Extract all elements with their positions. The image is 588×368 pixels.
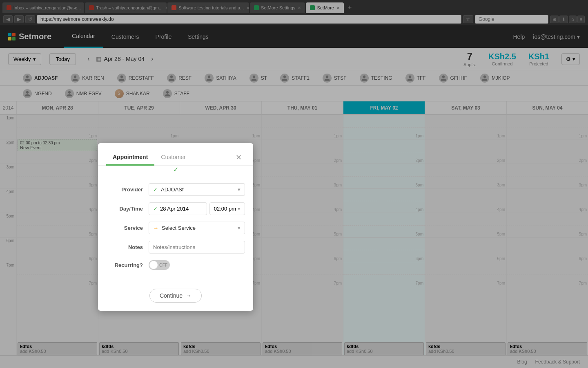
provider-row: Provider ✓ ADJOASf ▾ <box>106 183 245 196</box>
modal-overlay[interactable]: Appointment Customer ✕ ✓ Provider ✓ ADJO… <box>0 0 588 368</box>
datetime-row: Day/Time ✓ 28 Apr 2014 02:00 pm ▾ <box>106 202 245 215</box>
recurring-row: Recurring? OFF <box>106 260 245 270</box>
provider-value: ADJOASf <box>161 186 184 193</box>
time-value: 02:00 pm <box>214 206 236 212</box>
notes-label: Notes <box>106 244 143 250</box>
provider-caret-icon: ▾ <box>238 186 241 193</box>
time-caret-icon: ▾ <box>238 206 241 212</box>
toggle-knob <box>149 261 158 269</box>
service-arrow-icon: → <box>153 225 158 231</box>
date-check-icon: ✓ <box>153 206 158 212</box>
time-picker[interactable]: 02:00 pm ▾ <box>209 202 245 215</box>
modal-header: Appointment Customer ✕ <box>98 143 253 166</box>
modal-tab-customer[interactable]: Customer <box>154 150 192 166</box>
provider-select[interactable]: ✓ ADJOASf ▾ <box>149 183 245 196</box>
continue-label: Continue <box>160 292 183 299</box>
provider-label: Provider <box>106 186 143 193</box>
service-row: Service → Select Service ▾ <box>106 222 245 234</box>
service-select[interactable]: → Select Service ▾ <box>149 222 245 234</box>
modal-checkmark-icon: ✓ <box>173 166 178 173</box>
service-label: Service <box>106 225 143 231</box>
provider-check-icon: ✓ <box>153 186 158 193</box>
date-value: 28 Apr 2014 <box>160 206 189 212</box>
continue-arrow-icon: → <box>186 292 192 299</box>
date-picker[interactable]: ✓ 28 Apr 2014 <box>149 202 207 215</box>
toggle-label: OFF <box>159 263 167 267</box>
notes-row: Notes <box>106 241 245 254</box>
modal-footer: Continue → <box>98 285 253 311</box>
continue-button[interactable]: Continue → <box>149 289 202 303</box>
notes-input[interactable] <box>149 241 245 254</box>
appointment-modal: Appointment Customer ✕ ✓ Provider ✓ ADJO… <box>98 143 253 311</box>
datetime-label: Day/Time <box>106 206 143 212</box>
datetime-group: ✓ 28 Apr 2014 02:00 pm ▾ <box>149 202 245 215</box>
modal-tab-appointment[interactable]: Appointment <box>106 150 154 166</box>
recurring-label: Recurring? <box>106 262 143 268</box>
modal-close-button[interactable]: ✕ <box>232 151 245 164</box>
modal-body: Provider ✓ ADJOASf ▾ Day/Time ✓ 28 Apr 2… <box>98 175 253 285</box>
service-value: Select Service <box>162 225 196 231</box>
service-caret-icon: ▾ <box>238 225 241 231</box>
recurring-toggle[interactable]: OFF <box>149 260 170 270</box>
